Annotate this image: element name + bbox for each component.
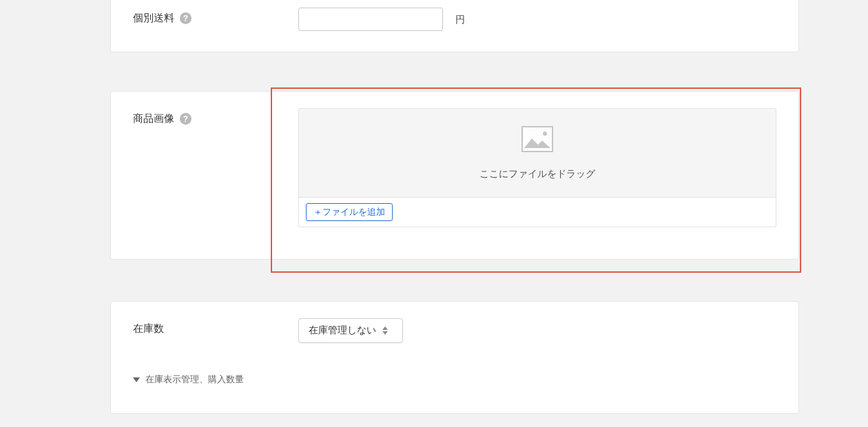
upload-widget: ここにファイルをドラッグ ＋ファイルを追加 xyxy=(298,108,776,227)
chevron-down-icon xyxy=(133,377,140,382)
stepper-icon xyxy=(382,326,389,335)
shipping-label: 個別送料 xyxy=(133,12,174,25)
shipping-row: 個別送料 ? 円 xyxy=(133,8,776,31)
shipping-content: 円 xyxy=(298,8,776,31)
product-image-row: 商品画像 ? ここにファイルをドラッグ ＋ファイルを追加 xyxy=(133,108,776,227)
dropzone-text: ここにファイルをドラッグ xyxy=(479,168,595,180)
image-placeholder-icon xyxy=(521,126,553,154)
stock-advanced-label: 在庫表示管理、購入数量 xyxy=(145,373,244,386)
stock-advanced-toggle[interactable]: 在庫表示管理、購入数量 xyxy=(133,373,776,386)
shipping-panel: 個別送料 ? 円 xyxy=(110,0,799,52)
product-image-label: 商品画像 xyxy=(133,112,174,125)
stock-panel: 在庫数 在庫管理しない 在庫表示管理、購入数量 xyxy=(110,301,799,414)
help-icon[interactable]: ? xyxy=(180,12,192,24)
stock-select-value: 在庫管理しない xyxy=(309,324,376,337)
add-file-button[interactable]: ＋ファイルを追加 xyxy=(306,203,393,221)
upload-bar: ＋ファイルを追加 xyxy=(299,197,776,227)
svg-point-1 xyxy=(543,132,547,136)
stock-label-wrap: 在庫数 xyxy=(133,318,298,335)
shipping-unit: 円 xyxy=(455,14,465,26)
shipping-label-wrap: 個別送料 ? xyxy=(133,8,298,25)
stock-row: 在庫数 在庫管理しない xyxy=(133,318,776,343)
stock-management-select[interactable]: 在庫管理しない xyxy=(298,318,403,343)
help-icon[interactable]: ? xyxy=(180,113,192,125)
product-image-content: ここにファイルをドラッグ ＋ファイルを追加 xyxy=(298,108,776,227)
product-image-panel: 商品画像 ? ここにファイルをドラッグ ＋ファイルを追加 xyxy=(110,91,799,260)
stock-label: 在庫数 xyxy=(133,322,164,335)
file-dropzone[interactable]: ここにファイルをドラッグ xyxy=(299,109,776,197)
product-image-label-wrap: 商品画像 ? xyxy=(133,108,298,125)
shipping-input[interactable] xyxy=(298,8,443,31)
stock-content: 在庫管理しない xyxy=(298,318,776,343)
